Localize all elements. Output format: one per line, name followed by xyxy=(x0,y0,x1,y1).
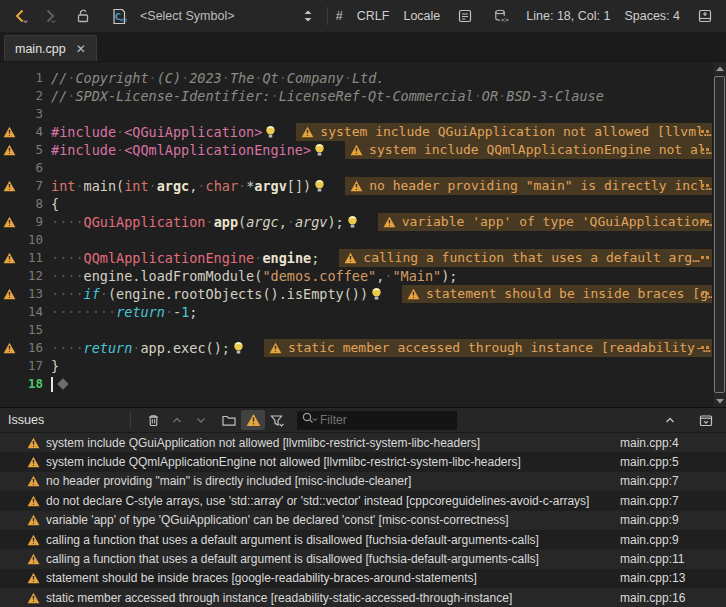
code-line[interactable]: 15 xyxy=(0,321,712,339)
line-number[interactable]: 12 xyxy=(19,267,43,285)
issue-row[interactable]: variable 'app' of type 'QGuiApplication'… xyxy=(0,511,726,530)
encoding-indicator[interactable]: Locale xyxy=(403,9,440,23)
issue-row[interactable]: no header providing "main" is directly i… xyxy=(0,472,726,491)
code-line[interactable]: 4#include·<QGuiApplication>system includ… xyxy=(0,123,712,141)
cursor-position-indicator[interactable]: Line: 18, Col: 1 xyxy=(526,9,610,23)
inline-annotation[interactable]: system include QQmlApplicationEngine not… xyxy=(345,141,712,159)
code-line[interactable]: 9····QGuiApplication·app(argc,·argv);var… xyxy=(0,213,712,231)
issues-filter-box[interactable] xyxy=(297,411,457,430)
line-ending-indicator[interactable]: CRLF xyxy=(357,9,390,23)
code-line[interactable]: 10 xyxy=(0,231,712,249)
back-icon[interactable] xyxy=(10,5,32,27)
symbol-dropdown-value[interactable]: <Select Symbol> xyxy=(140,9,235,23)
issue-row[interactable]: do not declare C-style arrays, use 'std:… xyxy=(0,491,726,510)
scrollbar-down-icon[interactable] xyxy=(713,394,726,407)
code-line[interactable]: 1//·Copyright·(C)·2023·The·Qt·Company·Lt… xyxy=(0,69,712,87)
line-number[interactable]: 6 xyxy=(19,159,43,177)
annotation-text: system include QGuiApplication not allow… xyxy=(320,123,711,141)
line-number[interactable]: 10 xyxy=(19,231,43,249)
code-line[interactable]: 17} xyxy=(0,357,712,375)
issue-row[interactable]: system include QGuiApplication not allow… xyxy=(0,433,726,452)
inline-annotation[interactable]: static member accessed through instance … xyxy=(264,339,712,357)
doc-properties-icon[interactable] xyxy=(454,5,476,27)
scrollbar-warning-marker xyxy=(701,346,704,349)
line-number[interactable]: 9 xyxy=(19,213,43,231)
forward-icon[interactable] xyxy=(38,5,60,27)
issues-filter-input[interactable] xyxy=(318,412,428,428)
editor-scrollbar[interactable] xyxy=(712,62,726,407)
code-line[interactable]: 12····engine.loadFromModule("demos.coffe… xyxy=(0,267,712,285)
code-line[interactable]: 11····QQmlApplicationEngine·engine;calli… xyxy=(0,249,712,267)
issue-text: do not declare C-style arrays, use 'std:… xyxy=(46,494,620,508)
code-line[interactable]: 2//·SPDX-License-Identifier:·LicenseRef-… xyxy=(0,87,712,105)
detach-panel-icon[interactable] xyxy=(694,410,718,430)
scrollbar-up-icon[interactable] xyxy=(713,62,726,75)
quickfix-lightbulb-icon[interactable] xyxy=(314,179,325,193)
tab-close-icon[interactable]: ✕ xyxy=(76,43,86,55)
line-number[interactable]: 15 xyxy=(19,321,43,339)
code-line[interactable]: 16····return·app.exec();static member ac… xyxy=(0,339,712,357)
quickfix-lightbulb-icon[interactable] xyxy=(265,125,276,139)
filter-funnel-icon[interactable] xyxy=(265,410,289,430)
scrollbar-thumb[interactable] xyxy=(714,76,725,393)
updown-spinner-icon[interactable] xyxy=(297,5,319,27)
indentation-indicator[interactable]: Spaces: 4 xyxy=(624,9,680,23)
line-number[interactable]: 4 xyxy=(19,123,43,141)
gutter-warning-icon[interactable] xyxy=(0,126,19,138)
collapse-panel-icon[interactable] xyxy=(658,410,682,430)
gutter-warning-icon[interactable] xyxy=(0,216,19,228)
line-number[interactable]: 1 xyxy=(19,69,43,87)
prev-issue-icon[interactable] xyxy=(165,410,189,430)
tab-main-cpp[interactable]: main.cpp ✕ xyxy=(4,35,97,61)
line-number[interactable]: 11 xyxy=(19,249,43,267)
next-issue-icon[interactable] xyxy=(189,410,213,430)
issue-row[interactable]: calling a function that uses a default a… xyxy=(0,530,726,549)
inline-annotation[interactable]: no header providing "main" is directly i… xyxy=(345,177,712,195)
quickfix-lightbulb-icon[interactable] xyxy=(314,143,325,157)
code-line[interactable]: 7int·main(int·argc,·char·*argv[])no head… xyxy=(0,177,712,195)
inline-annotation[interactable]: system include QGuiApplication not allow… xyxy=(296,123,712,141)
line-number[interactable]: 3 xyxy=(19,105,43,123)
inline-annotation[interactable]: statement should be inside braces [g… xyxy=(402,285,712,303)
warning-filter-icon[interactable] xyxy=(241,410,265,430)
issue-row[interactable]: statement should be inside braces [googl… xyxy=(0,569,726,588)
code-line[interactable]: 6 xyxy=(0,159,712,177)
line-number[interactable]: 17 xyxy=(19,357,43,375)
gutter-warning-icon[interactable] xyxy=(0,180,19,192)
line-number[interactable]: 16 xyxy=(19,339,43,357)
line-number[interactable]: 14 xyxy=(19,303,43,321)
code-editor[interactable]: 1//·Copyright·(C)·2023·The·Qt·Company·Lt… xyxy=(0,62,726,407)
code-line[interactable]: 13····if·(engine.rootObjects().isEmpty()… xyxy=(0,285,712,303)
inline-annotation[interactable]: variable 'app' of type 'QGuiApplication… xyxy=(378,213,712,231)
line-number[interactable]: 13 xyxy=(19,285,43,303)
gutter-warning-icon[interactable] xyxy=(0,144,19,156)
quickfix-lightbulb-icon[interactable] xyxy=(233,341,244,355)
code-line[interactable]: 3 xyxy=(0,105,712,123)
line-number[interactable]: 18 xyxy=(19,375,43,393)
issue-row[interactable]: static member accessed through instance … xyxy=(0,588,726,607)
issue-row[interactable]: calling a function that uses a default a… xyxy=(0,549,726,568)
issue-row[interactable]: system include QQmlApplicationEngine not… xyxy=(0,452,726,471)
symbol-dropdown[interactable]: <Select Symbol> xyxy=(130,5,319,27)
code-line[interactable]: 5#include·<QQmlApplicationEngine>system … xyxy=(0,141,712,159)
unlock-icon[interactable] xyxy=(72,5,94,27)
warning-icon xyxy=(27,456,40,468)
code-line[interactable]: 18 xyxy=(0,375,712,393)
code-line[interactable]: 14········return·-1; xyxy=(0,303,712,321)
code-line[interactable]: 8{ xyxy=(0,195,712,213)
quickfix-lightbulb-icon[interactable] xyxy=(371,287,382,301)
inline-annotation[interactable]: calling a function that uses a default a… xyxy=(339,249,712,267)
split-editor-icon[interactable] xyxy=(694,5,716,27)
category-folder-icon[interactable] xyxy=(217,410,241,430)
gutter-warning-icon[interactable] xyxy=(0,252,19,264)
gutter-warning-icon[interactable] xyxy=(0,342,19,354)
line-number[interactable]: 8 xyxy=(19,195,43,213)
trash-icon[interactable] xyxy=(141,410,165,430)
quickfix-lightbulb-icon[interactable] xyxy=(347,215,358,229)
hash-label[interactable]: # xyxy=(336,9,343,23)
line-number[interactable]: 2 xyxy=(19,87,43,105)
line-number[interactable]: 7 xyxy=(19,177,43,195)
file-encoding-icon[interactable]: <> xyxy=(490,5,512,27)
gutter-warning-icon[interactable] xyxy=(0,288,19,300)
line-number[interactable]: 5 xyxy=(19,141,43,159)
